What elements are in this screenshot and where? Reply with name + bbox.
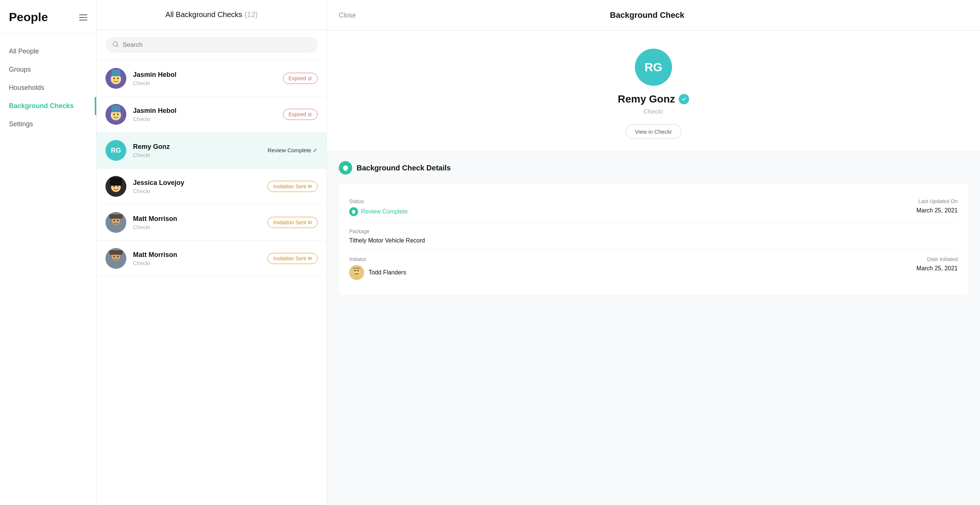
svg-rect-6 (111, 70, 120, 76)
status-badge: Invitation Sent ✉ (267, 253, 318, 264)
sidebar-header: People (0, 0, 96, 33)
svg-rect-31 (353, 267, 360, 269)
profile-section: RG Remy Gonz Checkr View in Checkr (327, 31, 980, 151)
middle-title: All Background Checks (165, 10, 242, 19)
people-list: Jasmin Hebol Checkr Expired ⊘ Jasmin Heb… (97, 60, 326, 505)
sidebar-nav: All PeopleGroupsHouseholdsBackground Che… (0, 33, 96, 142)
initiator-row: Todd Flanders (349, 265, 654, 280)
package-col: Package Tithely Motor Vehicle Record (349, 229, 958, 244)
person-info: Matt Morrison Checkr (133, 251, 261, 266)
profile-avatar: RG (635, 49, 672, 86)
svg-rect-26 (109, 250, 123, 255)
svg-point-14 (113, 186, 115, 187)
initiator-detail-row: Initiator (349, 250, 958, 286)
app-title: People (9, 10, 48, 24)
sidebar-item-background-checks[interactable]: Background Checks (0, 97, 96, 115)
avatar (105, 104, 126, 125)
list-item[interactable]: Matt Morrison Checkr Invitation Sent ✉ (97, 241, 326, 276)
sidebar-item-households[interactable]: Households (0, 79, 96, 97)
person-info: Jessica Lovejoy Checkr (133, 179, 261, 194)
last-updated-col: Last Updated On March 25, 2021 (654, 198, 958, 216)
shield-icon-circle (339, 161, 352, 175)
person-name: Matt Morrison (133, 251, 261, 259)
middle-header: All Background Checks (12) (97, 0, 326, 30)
avatar: RG (105, 140, 126, 161)
list-item[interactable]: Jasmin Hebol Checkr Expired ⊘ (97, 97, 326, 133)
hamburger-menu[interactable] (79, 14, 87, 21)
person-info: Remy Gonz Checkr (133, 143, 261, 158)
search-icon (112, 41, 119, 49)
right-panel: Close Background Check RG Remy Gonz Chec… (327, 0, 980, 505)
date-initiated-value: March 25, 2021 (654, 265, 958, 272)
person-name: Jasmin Hebol (133, 107, 277, 115)
sidebar-item-settings[interactable]: Settings (0, 115, 96, 133)
person-info: Jasmin Hebol Checkr (133, 71, 277, 86)
list-item[interactable]: Jasmin Hebol Checkr Expired ⊘ (97, 60, 326, 97)
initiator-label: Initiator (349, 256, 654, 262)
svg-point-19 (113, 220, 115, 221)
person-info: Jasmin Hebol Checkr (133, 107, 277, 122)
middle-panel: All Background Checks (12) Jasmi (97, 0, 327, 505)
right-title: Background Check (610, 10, 685, 20)
details-title: Background Check Details (356, 164, 450, 172)
search-container (97, 30, 326, 60)
view-in-checkr-button[interactable]: View in Checkr (625, 124, 681, 139)
list-item[interactable]: RG Remy Gonz Checkr Review Complete ✓ (97, 133, 326, 168)
profile-name-row: Remy Gonz (618, 93, 689, 105)
package-detail-row: Package Tithely Motor Vehicle Record (349, 222, 958, 250)
initiator-col: Initiator (349, 256, 654, 280)
details-header: Background Check Details (339, 161, 968, 175)
right-header: Close Background Check (327, 0, 980, 31)
person-provider: Checkr (133, 116, 277, 122)
svg-point-5 (117, 78, 119, 79)
sidebar-item-all-people[interactable]: All People (0, 42, 96, 60)
person-provider: Checkr (133, 152, 261, 158)
date-initiated-label: Date Initiated (654, 256, 958, 262)
avatar (105, 68, 126, 89)
person-name: Jessica Lovejoy (133, 179, 261, 187)
search-box (105, 37, 318, 53)
svg-point-9 (113, 114, 115, 115)
sidebar: People All PeopleGroupsHouseholdsBackgro… (0, 0, 97, 505)
list-item[interactable]: Matt Morrison Checkr Invitation Sent ✉ (97, 205, 326, 241)
sidebar-item-groups[interactable]: Groups (0, 60, 96, 79)
status-detail-row: Status Review Complete Last Updated On M… (349, 192, 958, 222)
status-value: Review Complete (361, 208, 407, 215)
person-info: Matt Morrison Checkr (133, 215, 261, 230)
person-name: Jasmin Hebol (133, 71, 277, 79)
person-provider: Checkr (133, 80, 277, 86)
profile-name: Remy Gonz (618, 93, 675, 105)
status-row: Review Complete (349, 207, 654, 216)
person-provider: Checkr (133, 188, 261, 194)
details-card: Status Review Complete Last Updated On M… (339, 183, 968, 295)
avatar (105, 248, 126, 269)
middle-count: (12) (245, 10, 258, 19)
status-badge: Expired ⊘ (283, 73, 318, 84)
person-name: Matt Morrison (133, 215, 261, 223)
avatar (105, 212, 126, 233)
initiator-avatar (349, 265, 364, 280)
status-badge: Invitation Sent ✉ (267, 217, 318, 228)
svg-point-25 (117, 256, 119, 257)
date-initiated-col: Date Initiated March 25, 2021 (654, 256, 958, 280)
person-name: Remy Gonz (133, 143, 261, 151)
svg-rect-11 (111, 105, 120, 112)
avatar (105, 176, 126, 197)
person-provider: Checkr (133, 224, 261, 230)
svg-point-10 (117, 114, 119, 115)
status-badge: Expired ⊘ (283, 109, 318, 120)
svg-point-15 (117, 186, 119, 187)
close-button[interactable]: Close (339, 11, 356, 19)
search-input[interactable] (123, 41, 311, 49)
status-label: Status (349, 198, 654, 204)
package-label: Package (349, 229, 958, 234)
svg-rect-21 (109, 214, 123, 219)
svg-line-1 (117, 45, 118, 46)
status-shield-icon (349, 207, 358, 216)
status-badge: Review Complete ✓ (267, 147, 318, 154)
verified-badge (679, 94, 689, 104)
status-badge: Invitation Sent ✉ (267, 181, 318, 192)
list-item[interactable]: Jessica Lovejoy Checkr Invitation Sent ✉ (97, 168, 326, 205)
profile-provider: Checkr (643, 108, 663, 116)
last-updated-value: March 25, 2021 (654, 207, 958, 214)
